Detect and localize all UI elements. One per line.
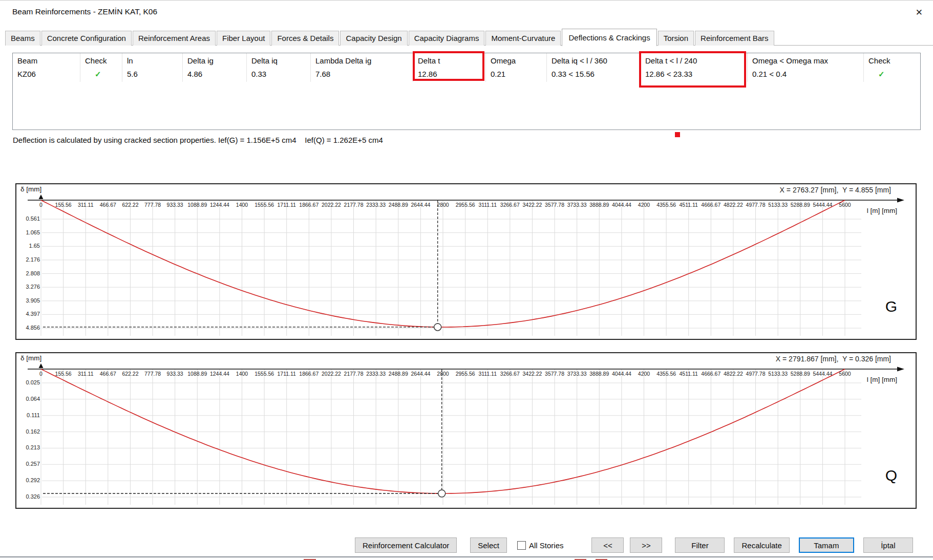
y-tick-label: 0.111 — [16, 412, 40, 418]
window-title: Beam Reinforcements - ZEMİN KAT, K06 — [12, 7, 157, 16]
x-tick-label: 1555.56 — [252, 202, 277, 208]
col-header-check-2: Check — [864, 53, 920, 68]
red-dot-marker — [675, 132, 680, 137]
recalculate-button[interactable]: Recalculate — [734, 537, 789, 553]
x-tick-label: 4822.22 — [721, 202, 746, 208]
all-stories-group: All Stories — [517, 541, 564, 550]
cell-delta-ig: 4.86 — [183, 68, 247, 82]
tab-forces-details[interactable]: Forces & Details — [271, 31, 339, 46]
x-tick-label: 1088.89 — [185, 202, 209, 208]
x-tick-label: 2022.22 — [319, 371, 344, 377]
tab-fiber-layout[interactable]: Fiber Layout — [217, 31, 270, 46]
tab-reinforcement-bars[interactable]: Reinforcement Bars — [695, 31, 774, 46]
x-tick-label: 622.22 — [118, 202, 142, 208]
x-tick-label: 3266.67 — [498, 371, 522, 377]
col-header-beam: Beam — [13, 53, 80, 68]
col-header-ln: ln — [122, 53, 183, 68]
x-axis-label: l [m] [mm] — [867, 207, 897, 214]
col-header-omega-limit: Omega < Omega max — [748, 53, 864, 68]
x-tick-label: 4200 — [632, 202, 656, 208]
beam-reinforcements-dialog: Beam Reinforcements - ZEMİN KAT, K06 ✕ B… — [0, 0, 933, 560]
highlight-box-delta-t — [413, 51, 484, 81]
reinforcement-calculator-button[interactable]: Reinforcement Calculator — [355, 537, 457, 553]
highlight-box-delta-t-limit — [639, 51, 746, 88]
x-tick-label: 933.33 — [163, 371, 187, 377]
x-tick-label: 311.11 — [73, 371, 98, 377]
filter-button[interactable]: Filter — [675, 537, 725, 553]
x-tick-label: 1866.67 — [296, 371, 321, 377]
x-tick-label: 155.56 — [51, 371, 76, 377]
load-case-letter-g: G — [885, 298, 897, 315]
tab-beams[interactable]: Beams — [5, 31, 40, 46]
x-tick-label: 1711.11 — [274, 202, 299, 208]
x-tick-label: 1866.67 — [296, 202, 321, 208]
x-tick-label: 622.22 — [118, 371, 142, 377]
y-tick-label: 2.176 — [16, 256, 40, 263]
tab-bar: Beams Concrete Configuration Reinforceme… — [5, 29, 933, 46]
x-tick-label: 777.78 — [140, 202, 165, 208]
y-tick-label: 0.257 — [16, 461, 40, 467]
x-tick-label: 4200 — [632, 371, 656, 377]
cell-lambda-delta-ig: 7.68 — [311, 68, 413, 82]
tab-capacity-design[interactable]: Capacity Design — [340, 31, 407, 46]
cell-ln: 5.6 — [122, 68, 183, 82]
x-tick-label: 4511.11 — [676, 371, 701, 377]
x-tick-label: 3111.11 — [475, 371, 500, 377]
cell-omega-limit: 0.21 < 0.4 — [748, 68, 864, 82]
x-tick-label: 2177.78 — [342, 371, 366, 377]
load-case-letter-q: Q — [885, 467, 897, 484]
ok-button[interactable]: Tamam — [799, 537, 854, 553]
x-tick-label: 5133.33 — [766, 371, 790, 377]
background-window-edge — [0, 556, 933, 560]
x-tick-label: 3266.67 — [498, 202, 522, 208]
x-tick-label: 1711.11 — [274, 371, 299, 377]
tab-concrete-configuration[interactable]: Concrete Configuration — [41, 31, 132, 46]
x-tick-label: 3577.78 — [542, 371, 567, 377]
cursor-readout: X = 2791.867 [mm], Y = 0.326 [mm] — [776, 355, 891, 363]
x-tick-label: 1088.89 — [185, 371, 209, 377]
x-tick-label: 777.78 — [140, 371, 165, 377]
x-tick-label: 5288.89 — [788, 202, 813, 208]
x-tick-label: 4355.56 — [654, 371, 678, 377]
next-button[interactable]: >> — [630, 537, 662, 553]
x-tick-label: 4044.44 — [609, 202, 634, 208]
y-tick-label: 3.276 — [16, 284, 40, 290]
cancel-button[interactable]: İptal — [863, 537, 913, 553]
all-stories-checkbox[interactable] — [517, 541, 526, 550]
select-button[interactable]: Select — [470, 537, 507, 553]
x-tick-label: 4977.78 — [744, 202, 768, 208]
x-tick-label: 466.67 — [96, 202, 120, 208]
tab-deflections-crackings[interactable]: Deflections & Crackings — [562, 29, 656, 46]
x-tick-label: 5600 — [833, 202, 857, 208]
tab-moment-curvature[interactable]: Moment-Curvature — [485, 31, 561, 46]
col-header-check: Check — [80, 53, 122, 68]
y-tick-label: 3.905 — [16, 297, 40, 304]
x-tick-label: 2488.89 — [386, 371, 411, 377]
tab-reinforcement-areas[interactable]: Reinforcement Areas — [133, 31, 216, 46]
y-tick-label: 4.856 — [16, 325, 40, 331]
x-tick-label: 466.67 — [96, 371, 120, 377]
cell-delta-iq-limit: 0.33 < 15.56 — [547, 68, 641, 82]
x-tick-label: 3888.89 — [587, 202, 611, 208]
deflection-chart-q[interactable]: δ [mm] X = 2791.867 [mm], Y = 0.326 [mm]… — [15, 352, 917, 509]
x-tick-label: 933.33 — [163, 202, 187, 208]
deflection-chart-g[interactable]: δ [mm] X = 2763.27 [mm], Y = 4.855 [mm] … — [15, 183, 917, 340]
x-tick-label: 311.11 — [73, 202, 98, 208]
x-tick-label: 4511.11 — [676, 202, 701, 208]
x-tick-label: 2488.89 — [386, 202, 411, 208]
tab-capacity-diagrams[interactable]: Capacity Diagrams — [409, 31, 485, 46]
previous-button[interactable]: << — [591, 537, 624, 553]
x-tick-label: 1244.44 — [207, 371, 232, 377]
x-tick-label: 3422.22 — [520, 371, 544, 377]
x-tick-label: 3422.22 — [520, 202, 544, 208]
close-icon[interactable]: ✕ — [913, 6, 926, 19]
y-tick-label: 4.397 — [16, 311, 40, 317]
y-tick-label: 0.162 — [16, 428, 40, 435]
y-tick-label: 0.064 — [16, 396, 40, 402]
tab-torsion[interactable]: Torsion — [658, 31, 694, 46]
x-tick-label: 2800 — [431, 371, 455, 377]
col-header-lambda-delta-ig: Lambda Delta ig — [311, 53, 413, 68]
x-axis-label: l [m] [mm] — [867, 376, 897, 383]
x-tick-label: 4355.56 — [654, 202, 678, 208]
y-tick-label: 1.65 — [16, 243, 40, 249]
